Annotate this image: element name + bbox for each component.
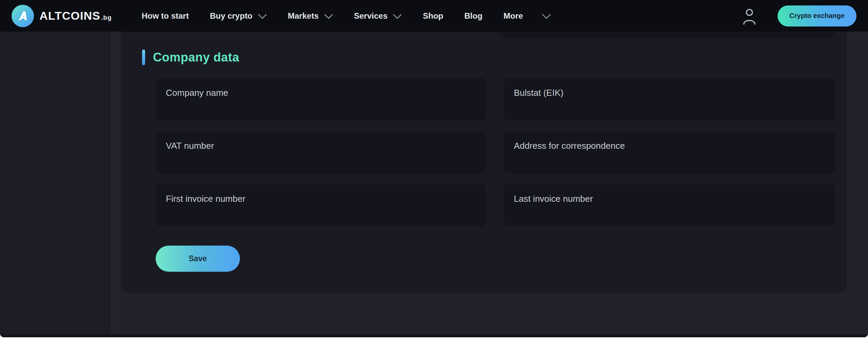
- save-button[interactable]: Save: [156, 246, 240, 272]
- brand-name: ALTCOINS .bg: [39, 9, 112, 22]
- chevron-down-icon: [324, 14, 333, 19]
- nav-item-blog[interactable]: Blog: [464, 11, 482, 21]
- bulstat-eik-field[interactable]: Bulstat (EIK): [504, 78, 835, 121]
- chevron-down-icon: [393, 14, 402, 19]
- chevron-down-icon: [258, 14, 267, 19]
- nav-item-label: Markets: [288, 11, 319, 21]
- brand-name-tld: .bg: [101, 14, 112, 21]
- heading-accent-bar: [142, 50, 145, 65]
- company-name-field[interactable]: Company name: [156, 78, 486, 121]
- nav-item-label: Blog: [464, 11, 482, 21]
- nav-item-how-to-start[interactable]: How to start: [142, 11, 189, 21]
- nav-item-buy-crypto[interactable]: Buy crypto: [210, 11, 266, 21]
- nav-menu: How to start Buy crypto Markets Services…: [142, 11, 551, 21]
- crypto-exchange-button[interactable]: Crypto exchange: [778, 5, 856, 26]
- last-invoice-number-field[interactable]: Last invoice number: [504, 184, 835, 227]
- nav-item-services[interactable]: Services: [354, 11, 402, 21]
- nav-item-label: More: [504, 11, 523, 21]
- altcoins-logo-icon: [12, 5, 34, 27]
- field-label: Address for correspondence: [514, 141, 825, 151]
- field-label: First invoice number: [166, 194, 476, 204]
- page-title: Company data: [153, 50, 239, 65]
- previous-section-field-partial[interactable]: [500, 32, 835, 39]
- nav-item-label: How to start: [142, 11, 189, 21]
- field-label: Last invoice number: [514, 194, 825, 204]
- nav-item-label: Buy crypto: [210, 11, 252, 21]
- page-bottom-edge: [0, 334, 868, 337]
- address-correspondence-field[interactable]: Address for correspondence: [504, 131, 835, 174]
- field-label: VAT number: [166, 141, 476, 151]
- nav-item-label: Shop: [423, 11, 443, 21]
- nav-item-shop[interactable]: Shop: [423, 11, 443, 21]
- section-heading: Company data: [142, 50, 239, 65]
- nav-item-markets[interactable]: Markets: [288, 11, 333, 21]
- account-button[interactable]: [742, 7, 757, 25]
- first-invoice-number-field[interactable]: First invoice number: [156, 184, 486, 227]
- company-data-form: Company name Bulstat (EIK) VAT number Ad…: [156, 78, 835, 227]
- vat-number-field[interactable]: VAT number: [156, 131, 486, 174]
- user-icon: [742, 7, 757, 25]
- nav-item-more[interactable]: More: [504, 11, 551, 21]
- settings-sidebar: [0, 32, 112, 335]
- field-label: Bulstat (EIK): [514, 88, 825, 98]
- page-container: ALTCOINS .bg How to start Buy crypto Mar…: [0, 0, 868, 337]
- top-navbar: ALTCOINS .bg How to start Buy crypto Mar…: [0, 0, 868, 32]
- brand-logo[interactable]: ALTCOINS .bg: [12, 5, 112, 27]
- company-data-card: Company data Company name Bulstat (EIK) …: [121, 32, 847, 293]
- nav-item-label: Services: [354, 11, 388, 21]
- brand-name-main: ALTCOINS: [39, 9, 100, 22]
- chevron-down-icon: [542, 14, 551, 19]
- field-label: Company name: [166, 88, 476, 98]
